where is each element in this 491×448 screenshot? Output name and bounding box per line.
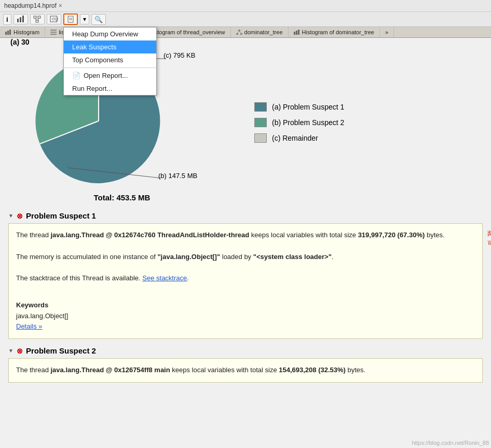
callout-c: (c) 795 KB bbox=[163, 51, 195, 59]
callout-b: (b) 147.5 MB bbox=[158, 172, 197, 180]
svg-rect-1 bbox=[20, 17, 21, 22]
chevron-icon-2: ▼ bbox=[8, 348, 13, 354]
svg-rect-31 bbox=[298, 30, 299, 35]
problem1-keywords: Keywords java.lang.Object[] Details » bbox=[16, 300, 475, 332]
tab-dominator-label: dominator_tree bbox=[244, 29, 283, 35]
problem1-line1: The thread java.lang.Thread @ 0x12674c76… bbox=[16, 230, 475, 241]
title-close-icon[interactable]: × bbox=[59, 2, 62, 9]
chart-legend: (a) Problem Suspect 1 (b) Problem Suspec… bbox=[254, 102, 344, 143]
run-report-label: Run Report... bbox=[72, 85, 112, 92]
svg-rect-25 bbox=[236, 33, 238, 35]
problem-header-2[interactable]: ▼ ⊗ Problem Suspect 2 bbox=[8, 346, 483, 355]
problem1-keywords-value: java.lang.Object[] bbox=[16, 311, 475, 322]
tab-histogram-label: Histogram bbox=[13, 29, 39, 35]
chart-total: Total: 453.5 MB bbox=[10, 193, 234, 202]
toolbar-query-btn[interactable]: OQL bbox=[47, 14, 61, 24]
problem2-bold1: java.lang.Thread @ 0x126754ff8 main bbox=[51, 366, 170, 374]
top-components-label: Top Components bbox=[72, 56, 123, 64]
tab-histogram-dom-label: Histogram of dominator_tree bbox=[302, 29, 374, 35]
problem1-size: 319,997,720 (67.30%) bbox=[358, 231, 425, 239]
problem1-details-link[interactable]: Details » bbox=[16, 322, 43, 330]
problem2-end1: bytes. bbox=[346, 366, 365, 374]
legend-item-c: (c) Remainder bbox=[254, 133, 344, 143]
svg-line-7 bbox=[37, 18, 39, 20]
svg-rect-13 bbox=[5, 32, 7, 35]
toolbar-info-btn[interactable]: i bbox=[3, 14, 11, 25]
svg-rect-10 bbox=[68, 16, 73, 22]
title-filename: heapdump14.hprof bbox=[4, 2, 57, 9]
menu-item-run-report[interactable]: Run Report... bbox=[64, 82, 156, 95]
svg-line-27 bbox=[237, 31, 239, 33]
toolbar-histogram-btn[interactable] bbox=[13, 14, 28, 24]
toolbar: i OQL ▾ 🔍 bbox=[0, 12, 491, 27]
legend-color-a bbox=[254, 102, 267, 112]
problem-body-2: The thread java.lang.Thread @ 0x126754ff… bbox=[8, 358, 483, 383]
problem1-end2: . bbox=[332, 253, 334, 261]
legend-item-b: (b) Problem Suspect 2 bbox=[254, 118, 344, 127]
problem2-pre1: The thread bbox=[16, 366, 51, 374]
toolbar-domtree-btn[interactable] bbox=[30, 14, 45, 24]
toolbar-report-dropdown-btn[interactable]: ▾ bbox=[80, 14, 89, 24]
problem2-line1: The thread java.lang.Thread @ 0x126754ff… bbox=[16, 365, 475, 376]
problem1-bold2a: "java.lang.Object[]" bbox=[157, 253, 220, 261]
side-note: 两个线程支配绝大部分内存，可能存在在内存泄漏 bbox=[487, 229, 491, 249]
problem-title-1: Problem Suspect 1 bbox=[26, 211, 96, 220]
problem-body-1: The thread java.lang.Thread @ 0x12674c76… bbox=[8, 223, 483, 339]
tab-histogram-dom[interactable]: Histogram of dominator_tree bbox=[289, 27, 380, 37]
problem-section-2: ▼ ⊗ Problem Suspect 2 The thread java.la… bbox=[8, 346, 483, 383]
tab-more[interactable]: » bbox=[380, 27, 394, 37]
problem-section-1: ▼ ⊗ Problem Suspect 1 The thread java.la… bbox=[8, 211, 483, 339]
problem2-post1: keeps local variables with total size bbox=[170, 366, 279, 374]
problem-header-1[interactable]: ▼ ⊗ Problem Suspect 1 bbox=[8, 211, 483, 220]
svg-rect-5 bbox=[36, 20, 38, 22]
problem-title-2: Problem Suspect 2 bbox=[26, 346, 96, 355]
svg-rect-16 bbox=[50, 30, 57, 31]
dropdown-menu: Heap Dump Overview Leak Suspects Top Com… bbox=[63, 27, 157, 96]
svg-rect-14 bbox=[7, 31, 9, 35]
problem1-pre1: The thread bbox=[16, 231, 51, 239]
svg-rect-17 bbox=[50, 32, 57, 33]
menu-item-leak-suspects[interactable]: Leak Suspects bbox=[64, 40, 156, 53]
problem1-keywords-label: Keywords bbox=[16, 300, 475, 311]
tab-more-label: » bbox=[385, 29, 388, 35]
tab-dominator-tree[interactable]: dominator_tree bbox=[231, 27, 289, 37]
problem2-size: 154,693,208 (32.53%) bbox=[279, 366, 346, 374]
legend-item-a: (a) Problem Suspect 1 bbox=[254, 102, 344, 112]
toolbar-search-btn[interactable]: 🔍 bbox=[91, 14, 106, 25]
chart-label-a: (a) 30 bbox=[10, 38, 30, 46]
toolbar-report-btn[interactable] bbox=[63, 13, 78, 25]
svg-text:OQL: OQL bbox=[52, 17, 58, 21]
tab-histogram[interactable]: Histogram bbox=[0, 27, 45, 37]
svg-rect-18 bbox=[50, 34, 57, 35]
heap-dump-overview-label: Heap Dump Overview bbox=[72, 30, 138, 38]
svg-rect-29 bbox=[294, 32, 295, 35]
error-icon-2: ⊗ bbox=[17, 347, 23, 355]
menu-item-heap-dump-overview[interactable]: Heap Dump Overview bbox=[64, 28, 156, 40]
problem1-post1: keeps local variables with total size bbox=[249, 231, 358, 239]
error-icon-1: ⊗ bbox=[17, 212, 23, 220]
problem1-line3: The stacktrace of this Thread is availab… bbox=[16, 273, 475, 284]
legend-label-c: (c) Remainder bbox=[272, 134, 318, 142]
problem1-mid2: loaded by bbox=[220, 253, 253, 261]
problem1-bold2b: "<system class loader>" bbox=[253, 253, 332, 261]
svg-line-28 bbox=[239, 31, 241, 33]
svg-rect-2 bbox=[22, 16, 24, 22]
open-report-label: Open Report... bbox=[84, 72, 128, 79]
svg-rect-30 bbox=[296, 31, 297, 35]
title-bar: heapdump14.hprof × bbox=[0, 0, 491, 12]
problem1-pre2: The memory is accumulated in one instanc… bbox=[16, 253, 157, 261]
svg-rect-26 bbox=[240, 33, 242, 35]
legend-label-b: (b) Problem Suspect 2 bbox=[272, 118, 344, 127]
svg-rect-24 bbox=[238, 30, 240, 31]
legend-label-a: (a) Problem Suspect 1 bbox=[272, 103, 344, 111]
dropdown-divider bbox=[64, 67, 156, 68]
menu-item-top-components[interactable]: Top Components bbox=[64, 53, 156, 66]
leak-suspects-label: Leak Suspects bbox=[72, 43, 116, 51]
menu-item-open-report[interactable]: 📄 Open Report... bbox=[64, 69, 156, 82]
chevron-icon-1: ▼ bbox=[8, 213, 13, 219]
tab-histogram-thread-label: Histogram of thread_overview bbox=[149, 29, 225, 35]
problem1-stacktrace-link[interactable]: See stacktrace bbox=[142, 274, 187, 282]
svg-rect-4 bbox=[38, 16, 40, 18]
problem1-bold1: java.lang.Thread @ 0x12674c760 ThreadAnd… bbox=[51, 231, 250, 239]
watermark: https://blog.csdn.net/Ronin_88 bbox=[412, 440, 489, 446]
